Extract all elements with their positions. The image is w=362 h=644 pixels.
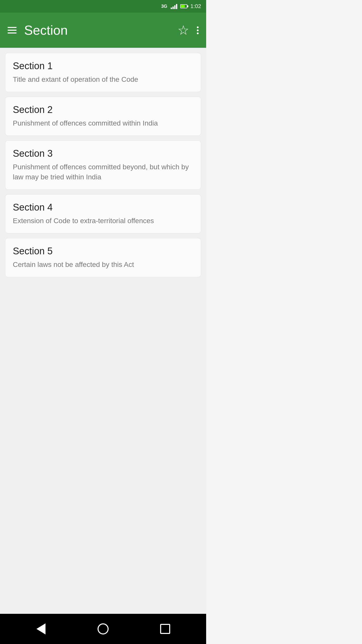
section-title-1: Section 1	[13, 61, 193, 71]
back-button[interactable]	[31, 619, 51, 639]
section-desc-3: Punishment of offences committed beyond,…	[13, 162, 193, 182]
section-list: Section 1 Title and extant of operation …	[0, 48, 206, 614]
section-title-4: Section 4	[13, 202, 193, 213]
recent-button[interactable]	[155, 619, 175, 639]
section-item-3[interactable]: Section 3 Punishment of offences committ…	[5, 140, 201, 189]
section-title-5: Section 5	[13, 246, 193, 257]
section-title-2: Section 2	[13, 104, 193, 115]
section-item-2[interactable]: Section 2 Punishment of offences committ…	[5, 97, 201, 136]
navigation-bar	[0, 614, 206, 644]
back-icon	[36, 623, 46, 634]
recent-icon	[160, 624, 170, 634]
section-desc-2: Punishment of offences committed within …	[13, 118, 193, 128]
signal-icon	[171, 4, 177, 9]
network-indicator: 3G	[161, 4, 167, 9]
section-item-5[interactable]: Section 5 Certain laws not be affected b…	[5, 238, 201, 277]
section-desc-4: Extension of Code to extra-territorial o…	[13, 216, 193, 226]
section-desc-5: Certain laws not be affected by this Act	[13, 260, 193, 269]
home-button[interactable]	[93, 619, 113, 639]
section-desc-1: Title and extant of operation of the Cod…	[13, 74, 193, 84]
section-item-4[interactable]: Section 4 Extension of Code to extra-ter…	[5, 194, 201, 233]
star-icon[interactable]: ☆	[177, 24, 189, 37]
more-options-icon[interactable]	[197, 26, 199, 34]
clock: 1:02	[190, 3, 201, 10]
home-icon	[98, 623, 109, 634]
page-title: Section	[24, 23, 170, 38]
section-title-3: Section 3	[13, 148, 193, 159]
app-bar: Section ☆	[0, 13, 206, 48]
battery-icon	[180, 4, 187, 8]
section-item-1[interactable]: Section 1 Title and extant of operation …	[5, 53, 201, 92]
status-bar: 3G 1:02	[0, 0, 206, 13]
menu-icon[interactable]	[8, 27, 17, 33]
